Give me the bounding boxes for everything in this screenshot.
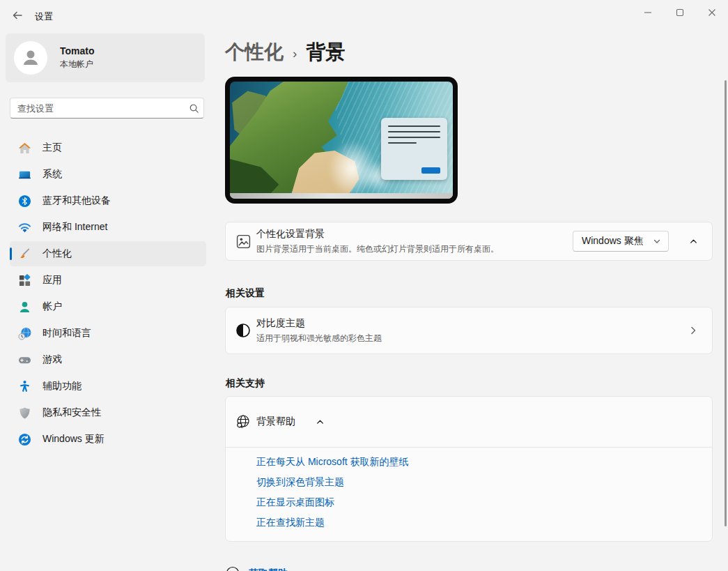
background-type-value: Windows 聚焦 <box>582 235 644 248</box>
related-settings-header: 相关设置 <box>226 287 265 300</box>
time-language-icon <box>17 326 31 340</box>
sidebar-item-personalization[interactable]: 个性化 <box>10 241 206 266</box>
spotlight-info-card <box>381 118 447 180</box>
home-icon <box>17 141 31 155</box>
breadcrumb-separator-icon: › <box>293 44 297 61</box>
chevron-down-icon <box>653 237 661 245</box>
account-name: Tomato <box>60 45 95 56</box>
related-support-header: 相关支持 <box>226 377 265 390</box>
get-help-label: 获取帮助 <box>249 566 288 571</box>
sidebar-item-accounts[interactable]: 帐户 <box>10 294 206 319</box>
windows-update-icon <box>17 432 31 446</box>
network-icon <box>17 220 31 234</box>
maximize-button[interactable] <box>664 0 696 25</box>
spotlight-text-line <box>388 142 417 144</box>
sidebar-item-gaming[interactable]: 游戏 <box>10 347 206 372</box>
sidebar-item-label: 时间和语言 <box>42 327 91 340</box>
background-help-header[interactable]: 背景帮助 <box>226 397 712 447</box>
background-help-text: 背景帮助 <box>256 416 295 428</box>
back-button[interactable] <box>7 6 28 25</box>
sidebar-item-network[interactable]: 网络和 Internet <box>10 215 206 240</box>
window-controls <box>632 0 728 25</box>
personalization-icon <box>17 247 31 261</box>
sidebar-item-label: 个性化 <box>42 248 72 260</box>
globe-help-icon <box>235 413 251 430</box>
sidebar-item-label: 帐户 <box>42 300 62 313</box>
sidebar-item-bluetooth[interactable]: 蓝牙和其他设备 <box>10 188 206 213</box>
get-help-row[interactable]: 获取帮助 <box>225 566 288 571</box>
search-icon <box>184 103 203 114</box>
personalize-background-subtitle: 图片背景适用于当前桌面。纯色或幻灯片背景则适用于所有桌面。 <box>256 243 499 255</box>
back-arrow-icon <box>12 10 23 21</box>
titlebar: 设置 <box>0 0 728 31</box>
settings-window: 设置 Tomato 本地帐户 <box>0 0 728 571</box>
search-box <box>10 98 204 119</box>
app-title: 设置 <box>35 10 53 23</box>
sidebar-item-time-language[interactable]: 时间和语言 <box>10 321 206 346</box>
personalize-background-title: 个性化设置背景 <box>256 228 499 241</box>
sidebar-item-label: 游戏 <box>42 353 62 366</box>
chevron-up-icon <box>316 418 325 427</box>
spotlight-text-line <box>388 131 440 132</box>
minimize-button[interactable] <box>632 0 664 25</box>
contrast-themes-subtitle: 适用于弱视和强光敏感的彩色主题 <box>256 333 382 344</box>
bluetooth-icon <box>17 194 31 208</box>
sidebar-item-apps[interactable]: 应用 <box>10 268 206 293</box>
picture-icon <box>235 234 251 249</box>
sidebar-item-privacy[interactable]: 隐私和安全性 <box>10 400 206 425</box>
background-help-card: 背景帮助 正在每天从 Microsoft 获取新的壁纸 切换到深色背景主题 正在… <box>225 396 713 542</box>
search-input[interactable] <box>10 103 184 114</box>
maximize-icon <box>676 8 684 17</box>
contrast-icon <box>235 323 251 338</box>
help-circle-icon <box>226 566 240 571</box>
breadcrumb-parent[interactable]: 个性化 <box>225 39 284 66</box>
help-link-new-themes[interactable]: 正在查找新主题 <box>256 512 325 533</box>
background-preview-monitor <box>225 77 458 204</box>
sidebar-nav: 主页 系统 蓝牙和其他设备 网络和 Internet <box>0 134 216 453</box>
accounts-icon <box>17 300 31 314</box>
sidebar: Tomato 本地帐户 主页 系统 <box>0 31 216 571</box>
accessibility-icon <box>17 379 31 393</box>
help-expander-toggle[interactable] <box>313 416 326 428</box>
sidebar-item-label: 蓝牙和其他设备 <box>42 195 111 207</box>
help-link-spotlight-wallpaper[interactable]: 正在每天从 Microsoft 获取新的壁纸 <box>256 452 409 472</box>
account-type: 本地帐户 <box>60 59 95 70</box>
sidebar-item-windows-update[interactable]: Windows 更新 <box>10 427 206 452</box>
privacy-icon <box>17 406 31 420</box>
contrast-themes-text: 对比度主题 适用于弱视和强光敏感的彩色主题 <box>256 317 382 344</box>
sidebar-item-label: 隐私和安全性 <box>42 406 101 419</box>
sidebar-item-system[interactable]: 系统 <box>10 162 206 187</box>
help-link-desktop-icons[interactable]: 正在显示桌面图标 <box>256 492 334 512</box>
wallpaper-preview <box>230 82 453 199</box>
sidebar-item-label: 应用 <box>42 274 62 287</box>
contrast-themes-row[interactable]: 对比度主题 适用于弱视和强光敏感的彩色主题 <box>225 307 713 354</box>
spotlight-text-line <box>388 125 440 127</box>
contrast-themes-title: 对比度主题 <box>256 317 382 330</box>
account-text: Tomato 本地帐户 <box>60 45 95 70</box>
sidebar-item-home[interactable]: 主页 <box>10 135 206 160</box>
sidebar-item-label: 主页 <box>42 142 62 154</box>
chevron-up-icon <box>689 237 698 246</box>
sidebar-item-label: 辅助功能 <box>42 380 82 393</box>
breadcrumb: 个性化 › 背景 <box>225 39 345 66</box>
avatar <box>14 41 47 75</box>
close-button[interactable] <box>696 0 728 25</box>
account-card[interactable]: Tomato 本地帐户 <box>6 33 205 82</box>
system-icon <box>17 167 31 181</box>
sidebar-item-accessibility[interactable]: 辅助功能 <box>10 374 206 399</box>
user-icon <box>20 47 41 68</box>
personalize-background-text: 个性化设置背景 图片背景适用于当前桌面。纯色或幻灯片背景则适用于所有桌面。 <box>256 228 499 255</box>
background-type-dropdown[interactable]: Windows 聚焦 <box>573 231 669 252</box>
apps-icon <box>17 273 31 287</box>
background-help-title: 背景帮助 <box>256 416 295 428</box>
spotlight-text-line <box>388 137 440 138</box>
help-link-dark-theme[interactable]: 切换到深色背景主题 <box>256 472 344 492</box>
chevron-right-icon <box>687 326 699 335</box>
sidebar-item-label: 网络和 Internet <box>42 221 107 234</box>
background-expander-toggle[interactable] <box>687 235 699 248</box>
personalize-background-card: 个性化设置背景 图片背景适用于当前桌面。纯色或幻灯片背景则适用于所有桌面。 Wi… <box>225 222 713 261</box>
vertical-scrollbar[interactable] <box>725 80 727 526</box>
sidebar-item-label: Windows 更新 <box>42 433 104 446</box>
close-icon <box>708 8 716 17</box>
gaming-icon <box>17 353 31 367</box>
